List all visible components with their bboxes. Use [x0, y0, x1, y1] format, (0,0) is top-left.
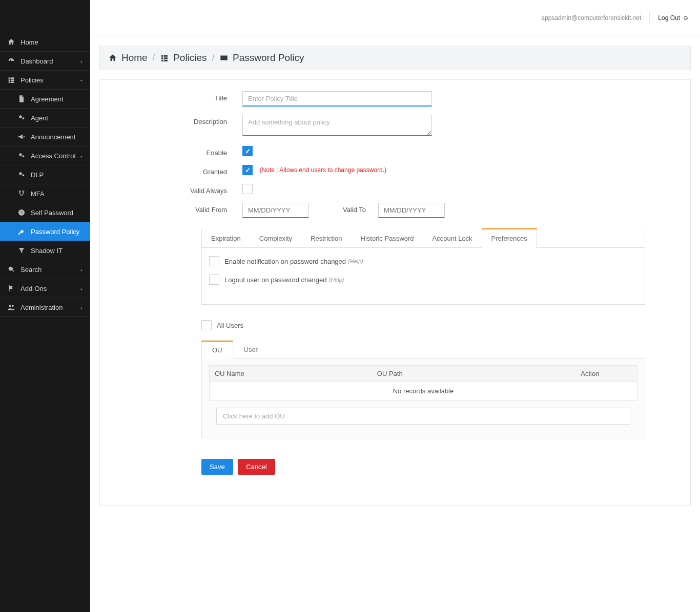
- sidebar: Home Dashboard Policies Agreement Agent: [0, 0, 90, 612]
- notify-checkbox[interactable]: [209, 256, 219, 266]
- sidebar-item-label: Shadow IT: [31, 247, 63, 255]
- breadcrumb-policies[interactable]: Policies: [160, 52, 207, 64]
- chevron-right-icon: [79, 286, 84, 291]
- valid-to-input[interactable]: [378, 203, 445, 218]
- logout-label: Log Out: [658, 14, 680, 22]
- breadcrumb-home[interactable]: Home: [108, 52, 148, 64]
- breadcrumb-current: Password Policy: [219, 52, 304, 64]
- sidebar-item-label: Dashboard: [20, 57, 53, 65]
- target-tabs: OU User OU Name OU Path Action No record…: [201, 341, 645, 438]
- breadcrumb-sep: /: [212, 53, 214, 62]
- logout-button[interactable]: Log Out: [658, 14, 690, 22]
- all-users-checkbox[interactable]: [201, 320, 212, 330]
- gears-icon: [17, 114, 26, 122]
- sidebar-item-mfa[interactable]: MFA: [0, 184, 90, 203]
- sidebar-item-addons[interactable]: Add-Ons: [0, 279, 90, 298]
- valid-to-label: Valid To: [309, 203, 378, 218]
- sidebar-item-dashboard[interactable]: Dashboard: [0, 52, 90, 71]
- flag-icon: [7, 284, 15, 292]
- row-valid-always: Valid Always: [114, 184, 676, 195]
- sidebar-item-label: MFA: [31, 190, 45, 198]
- granted-checkbox[interactable]: [242, 165, 253, 175]
- filter-icon: [17, 246, 26, 255]
- valid-always-checkbox[interactable]: [242, 184, 253, 194]
- enable-checkbox[interactable]: [242, 146, 253, 156]
- sidebar-item-password-policy[interactable]: Password Policy: [0, 222, 90, 241]
- home-icon: [7, 38, 15, 46]
- notify-label: Enable notification on password changed: [224, 258, 346, 265]
- ou-table-header-row: OU Name OU Path Action: [210, 366, 637, 382]
- sidebar-item-administration[interactable]: Administration: [0, 298, 90, 317]
- granted-note: (Note : Allows end users to change passw…: [260, 166, 386, 174]
- main-area: appsadmin@computerforensickit.net Log Ou…: [90, 0, 700, 612]
- breadcrumb: Home / Policies / Password Policy: [99, 46, 691, 70]
- key-icon: [17, 227, 26, 236]
- tab-complexity[interactable]: Complexity: [250, 228, 301, 247]
- tab-account-lock[interactable]: Account Lock: [423, 228, 482, 247]
- sidebar-item-search[interactable]: Search: [0, 260, 90, 279]
- granted-label: Granted: [114, 165, 242, 176]
- save-button[interactable]: Save: [201, 459, 233, 475]
- title-label: Title: [114, 91, 242, 102]
- row-granted: Granted (Note : Allows end users to chan…: [114, 165, 676, 176]
- help-link[interactable]: (Help): [328, 277, 344, 283]
- col-ou-path: OU Path: [372, 366, 543, 382]
- button-row: Save Cancel: [201, 459, 676, 475]
- sidebar-item-label: Access Control: [31, 152, 75, 160]
- card-icon: [219, 53, 229, 62]
- help-link[interactable]: (Help): [348, 258, 363, 264]
- all-users-row: All Users: [201, 320, 645, 330]
- chevron-right-icon: [79, 153, 84, 158]
- tab-expiration[interactable]: Expiration: [202, 228, 250, 247]
- all-users-label: All Users: [217, 322, 243, 329]
- sidebar-item-dlp[interactable]: DLP: [0, 165, 90, 184]
- tab-ou[interactable]: OU: [201, 341, 233, 359]
- sidebar-item-label: Search: [20, 266, 42, 273]
- logout-icon: [683, 15, 690, 22]
- tab-historic-password[interactable]: Historic Password: [352, 228, 423, 247]
- user-email: appsadmin@computerforensickit.net: [541, 14, 641, 22]
- sidebar-item-label: Announcement: [31, 133, 75, 141]
- sidebar-item-label: Agent: [31, 114, 48, 122]
- tab-restriction[interactable]: Restriction: [301, 228, 351, 247]
- sidebar-item-announcement[interactable]: Announcement: [0, 128, 90, 146]
- logout-on-change-checkbox[interactable]: [209, 275, 219, 285]
- ou-table-empty-row: No records available: [210, 382, 637, 400]
- sidebar-item-agreement[interactable]: Agreement: [0, 90, 90, 109]
- gears-icon: [17, 152, 26, 160]
- sidebar-item-label: Home: [20, 38, 38, 46]
- topbar: appsadmin@computerforensickit.net Log Ou…: [90, 0, 700, 36]
- add-ou-input[interactable]: [216, 408, 630, 425]
- sidebar-item-agent[interactable]: Agent: [0, 109, 90, 128]
- description-input[interactable]: [242, 115, 432, 136]
- document-icon: [17, 95, 26, 103]
- cancel-button[interactable]: Cancel: [238, 459, 275, 475]
- title-input[interactable]: [242, 91, 432, 107]
- sidebar-item-shadow-it[interactable]: Shadow IT: [0, 241, 90, 260]
- sidebar-item-label: Agreement: [31, 95, 64, 103]
- enable-label: Enable: [114, 146, 242, 157]
- ou-table-empty: No records available: [210, 382, 637, 400]
- valid-from-input[interactable]: [242, 203, 309, 218]
- topbar-divider: [90, 36, 700, 36]
- description-label: Description: [114, 115, 242, 125]
- tab-user[interactable]: User: [233, 341, 269, 358]
- question-icon: ?: [17, 208, 26, 217]
- pref-logout-row: Logout user on password changed (Help): [209, 275, 637, 285]
- tab-preferences[interactable]: Preferences: [482, 228, 537, 248]
- sidebar-item-policies[interactable]: Policies: [0, 71, 90, 90]
- search-icon: [7, 265, 15, 273]
- sidebar-item-label: Password Policy: [31, 228, 79, 236]
- sidebar-item-label: DLP: [31, 171, 44, 179]
- list-icon: [160, 53, 169, 62]
- megaphone-icon: [17, 133, 26, 141]
- target-tab-bar: OU User: [201, 341, 645, 359]
- sidebar-item-access-control[interactable]: Access Control: [0, 146, 90, 165]
- sidebar-item-self-password[interactable]: ? Self Password: [0, 203, 90, 222]
- sidebar-item-label: Self Password: [31, 209, 73, 217]
- sidebar-item-home[interactable]: Home: [0, 33, 90, 52]
- svg-text:?: ?: [20, 210, 23, 215]
- row-title: Title: [114, 91, 676, 107]
- users-icon: [7, 303, 15, 311]
- ou-tab-content: OU Name OU Path Action No records availa…: [201, 359, 645, 438]
